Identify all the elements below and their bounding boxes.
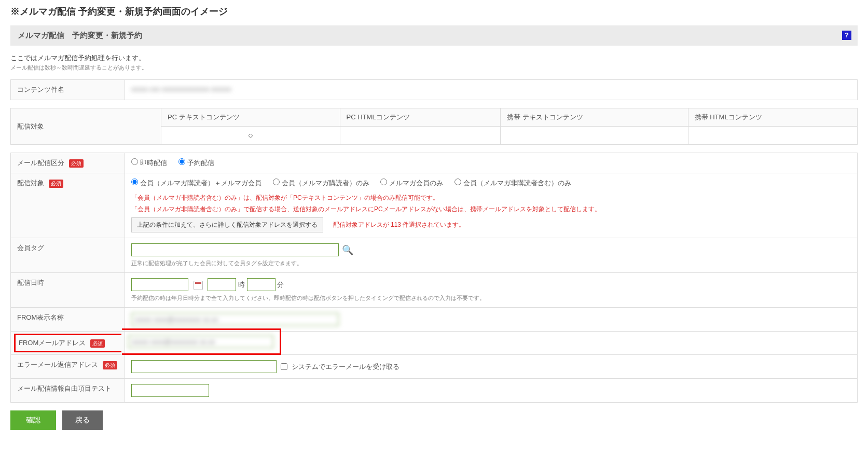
- radio-target-2-input[interactable]: [380, 179, 387, 185]
- system-error-checkbox[interactable]: [281, 363, 287, 370]
- target-warning-2: 「会員（メルマガ非購読者含む）のみ」で配信する場合、送信対象のメールアドレスにP…: [131, 204, 851, 214]
- target-status: 配信対象アドレスが 113 件選択されています。: [333, 221, 465, 228]
- help-icon[interactable]: ?: [842, 31, 851, 40]
- target-row-label: 配信対象: [11, 108, 161, 145]
- radio-target-2-label: メルマガ会員のみ: [389, 179, 443, 187]
- from-name-label: FROM表示名称: [11, 308, 125, 332]
- delivery-date-input[interactable]: [131, 278, 188, 291]
- settings-table: メール配信区分 必須 即時配信 予約配信 配信対象 必須 会員（メルマガ購読者）…: [10, 153, 858, 403]
- free-item-label: メール配信情報自由項目テスト: [11, 379, 125, 403]
- radio-immediate-label: 即時配信: [140, 159, 167, 167]
- error-reply-label-cell: エラーメール返信アドレス 必須: [11, 355, 125, 379]
- intro-text: ここではメルマガ配信予約処理を行います。: [10, 53, 858, 63]
- radio-scheduled-input[interactable]: [178, 158, 185, 165]
- required-badge: 必須: [90, 339, 105, 348]
- radio-scheduled[interactable]: 予約配信: [178, 159, 214, 167]
- delivery-date-note: 予約配信の時は年月日時分まで全て入力してください。即時配信の時は配信ボタンを押し…: [131, 294, 851, 302]
- from-email-label-cell: FROMメールアドレス 必須: [11, 332, 125, 355]
- target-header-pc-text: PC テキストコンテンツ: [161, 108, 340, 127]
- required-badge: 必須: [49, 180, 63, 188]
- target-label: 配信対象: [17, 179, 44, 187]
- target-mark-mobile-text: [501, 127, 688, 145]
- from-name-input[interactable]: [131, 313, 339, 326]
- calendar-icon[interactable]: [194, 281, 203, 290]
- target-label-cell: 配信対象 必須: [11, 173, 125, 238]
- target-mark-mobile-html: [688, 127, 857, 145]
- magnify-icon[interactable]: 🔍: [342, 244, 353, 256]
- from-email-label: FROMメールアドレス: [19, 339, 86, 347]
- target-content-table: 配信対象 PC テキストコンテンツ PC HTMLコンテンツ 携帯 テキストコン…: [10, 108, 858, 145]
- free-item-input[interactable]: [131, 384, 209, 397]
- radio-target-3-label: 会員（メルマガ非購読者含む）のみ: [463, 179, 571, 187]
- intro-note: メール配信は数秒～数時間遅延することがあります。: [10, 64, 858, 72]
- error-reply-input[interactable]: [131, 360, 277, 373]
- radio-target-3[interactable]: 会員（メルマガ非購読者含む）のみ: [454, 179, 571, 187]
- target-mark-pc-html: [340, 127, 501, 145]
- radio-immediate-input[interactable]: [131, 158, 138, 165]
- error-reply-label: エラーメール返信アドレス: [17, 361, 98, 368]
- refine-target-button[interactable]: 上記の条件に加えて、さらに詳しく配信対象アドレスを選択する: [131, 217, 323, 232]
- delivery-type-label: メール配信区分: [17, 159, 64, 167]
- radio-immediate[interactable]: 即時配信: [131, 159, 167, 167]
- member-tag-input[interactable]: [131, 243, 339, 256]
- button-row: 確認 戻る: [10, 410, 858, 430]
- radio-target-1-label: 会員（メルマガ購読者）のみ: [282, 179, 369, 187]
- delivery-date-label: 配信日時: [11, 273, 125, 308]
- delivery-type-radios: 即時配信 予約配信: [131, 158, 851, 168]
- page-title: ※メルマガ配信 予約変更・新規予約画面のイメージ: [10, 5, 858, 18]
- radio-target-2[interactable]: メルマガ会員のみ: [380, 179, 443, 187]
- delivery-min-input[interactable]: [247, 278, 275, 291]
- target-header-mobile-text: 携帯 テキストコンテンツ: [501, 108, 688, 127]
- target-mark-pc-text: ○: [161, 127, 340, 145]
- hour-suffix: 時: [238, 281, 245, 289]
- target-warning-1: 「会員（メルマガ非購読者含む）のみ」は、配信対象が「PCテキストコンテンツ」の場…: [131, 193, 851, 203]
- content-name-label: コンテンツ件名: [11, 80, 125, 100]
- radio-target-1[interactable]: 会員（メルマガ購読者）のみ: [273, 179, 369, 187]
- member-tag-note: 正常に配信処理が完了した会員に対して会員タグを設定できます。: [131, 259, 851, 267]
- system-error-label: システムでエラーメールを受け取る: [292, 362, 399, 372]
- target-radios: 会員（メルマガ購読者）＋メルマガ会員 会員（メルマガ購読者）のみ メルマガ会員の…: [131, 179, 851, 188]
- content-name-value: xxxxx xxx xxxxxxxxxxxxxx xxxxxx: [131, 85, 231, 93]
- delivery-hour-input[interactable]: [208, 278, 236, 291]
- min-suffix: 分: [277, 281, 284, 289]
- radio-target-3-input[interactable]: [454, 179, 461, 185]
- target-header-pc-html: PC HTMLコンテンツ: [340, 108, 501, 127]
- radio-scheduled-label: 予約配信: [187, 159, 214, 167]
- radio-target-0[interactable]: 会員（メルマガ購読者）＋メルマガ会員: [131, 179, 261, 187]
- delivery-type-label-cell: メール配信区分 必須: [11, 153, 125, 173]
- required-badge: 必須: [69, 159, 84, 168]
- section-header-text: メルマガ配信 予約変更・新規予約: [18, 31, 142, 39]
- from-email-input[interactable]: [128, 335, 273, 348]
- radio-target-1-input[interactable]: [273, 179, 280, 185]
- content-name-table: コンテンツ件名 xxxxx xxx xxxxxxxxxxxxxx xxxxxx: [10, 79, 858, 100]
- back-button[interactable]: 戻る: [62, 410, 103, 430]
- radio-target-0-label: 会員（メルマガ購読者）＋メルマガ会員: [140, 179, 261, 187]
- member-tag-label: 会員タグ: [11, 238, 125, 273]
- radio-target-0-input[interactable]: [131, 179, 138, 185]
- required-badge: 必須: [103, 361, 117, 369]
- target-header-mobile-html: 携帯 HTMLコンテンツ: [688, 108, 857, 127]
- section-header: メルマガ配信 予約変更・新規予約 ?: [10, 25, 858, 46]
- confirm-button[interactable]: 確認: [10, 410, 56, 430]
